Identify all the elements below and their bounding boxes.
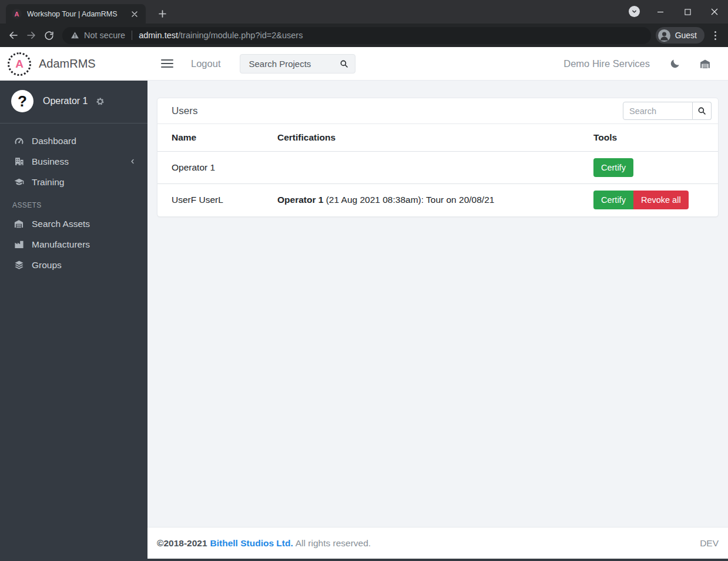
user-name-cell: UserF UserL xyxy=(157,184,263,216)
new-tab-button[interactable] xyxy=(154,5,170,22)
card-title: Users xyxy=(172,105,197,117)
profile-name: Guest xyxy=(675,31,697,40)
browser-tab[interactable]: A Workshop Tour | AdamRMS xyxy=(6,4,146,24)
url-path: /training/module.php?id=2&users xyxy=(178,31,303,40)
hamburger-menu-icon[interactable] xyxy=(161,57,173,70)
assets-warehouse-icon[interactable] xyxy=(699,58,711,69)
page-footer: ©2018-2021 Bithell Studios Ltd. All righ… xyxy=(147,527,728,559)
certify-button[interactable]: Certify xyxy=(593,191,633,209)
certification-title: Operator 1 xyxy=(277,195,323,205)
dashboard-icon xyxy=(12,136,25,146)
user-name-cell: Operator 1 xyxy=(157,152,263,184)
environment-badge: DEV xyxy=(700,538,719,549)
brand-header[interactable]: A AdamRMS xyxy=(0,47,147,81)
table-row: Operator 1 Certify xyxy=(157,152,718,184)
page-content: Users Name Certifications Too xyxy=(147,81,728,527)
url-bar[interactable]: Not secure admin.test /training/module.p… xyxy=(62,27,651,44)
project-search-group xyxy=(240,54,355,74)
table-search-button[interactable] xyxy=(693,102,712,120)
column-header-certifications: Certifications xyxy=(263,124,579,152)
logout-link[interactable]: Logout xyxy=(191,58,220,69)
rights-text: All rights reserved. xyxy=(296,538,371,549)
navbar-right-cluster: Demo Hire Services xyxy=(563,58,719,69)
revoke-all-button[interactable]: Revoke all xyxy=(633,191,689,209)
tools-cell: Certify xyxy=(579,152,718,184)
profile-chip[interactable]: Guest xyxy=(656,27,704,44)
sidebar-item-groups[interactable]: Groups xyxy=(0,255,147,275)
certify-button[interactable]: Certify xyxy=(593,158,633,177)
minimize-button[interactable] xyxy=(647,0,674,24)
browser-menu-icon[interactable] xyxy=(707,26,723,44)
browser-addressbar: Not secure admin.test /training/module.p… xyxy=(0,24,728,47)
sidebar-item-label: Business xyxy=(32,156,69,167)
user-name: Operator 1 xyxy=(43,96,88,106)
tools-button-group: Certify Revoke all xyxy=(593,191,689,209)
column-header-tools: Tools xyxy=(579,124,718,152)
sidebar-item-label: Dashboard xyxy=(32,136,76,146)
business-icon xyxy=(12,156,25,166)
top-navbar: Logout Demo Hire Services xyxy=(147,47,728,81)
sidebar: A AdamRMS ? Operator 1 Dashboard Busines… xyxy=(0,47,147,561)
sidebar-item-training[interactable]: Training xyxy=(0,172,147,192)
users-card-header: Users xyxy=(157,98,718,124)
reload-button[interactable] xyxy=(40,26,58,44)
security-label[interactable]: Not secure xyxy=(84,31,125,40)
dark-mode-moon-icon[interactable] xyxy=(670,58,680,69)
user-settings-gear-icon[interactable] xyxy=(95,96,105,106)
window-controls xyxy=(647,0,728,24)
column-header-name: Name xyxy=(157,124,263,152)
app-window: A AdamRMS ? Operator 1 Dashboard Busines… xyxy=(0,47,728,561)
url-host: admin.test xyxy=(139,31,178,40)
users-card: Users Name Certifications Too xyxy=(157,98,719,217)
table-search-group xyxy=(623,102,712,120)
sidebar-item-dashboard[interactable]: Dashboard xyxy=(0,131,147,151)
warehouse-icon xyxy=(12,219,25,229)
forward-button[interactable] xyxy=(22,26,40,44)
chevron-left-icon xyxy=(129,158,136,165)
main-area: Logout Demo Hire Services Users xyxy=(147,47,728,561)
sidebar-item-search-assets[interactable]: Search Assets xyxy=(0,213,147,234)
table-search-input[interactable] xyxy=(623,102,693,120)
factory-icon xyxy=(12,239,25,249)
url-separator xyxy=(132,31,132,40)
table-header-row: Name Certifications Tools xyxy=(157,124,718,152)
profile-avatar-icon xyxy=(658,29,670,42)
favicon-icon: A xyxy=(12,9,22,19)
company-link[interactable]: Bithell Studios Ltd. xyxy=(210,538,293,549)
browser-update-icon[interactable] xyxy=(629,6,640,17)
sidebar-divider xyxy=(0,123,147,123)
adamrms-logo-icon: A xyxy=(8,52,31,76)
bottom-strip xyxy=(147,559,728,561)
user-avatar-icon: ? xyxy=(11,90,33,112)
tab-title: Workshop Tour | AdamRMS xyxy=(27,10,129,18)
sidebar-item-label: Groups xyxy=(32,260,62,271)
back-button[interactable] xyxy=(5,26,22,44)
certification-detail: (21 Aug 2021 08:38am): Tour on 20/08/21 xyxy=(323,195,494,205)
layers-icon xyxy=(12,260,25,270)
certifications-cell xyxy=(263,152,579,184)
sidebar-item-manufacturers[interactable]: Manufacturers xyxy=(0,234,147,255)
sidebar-section-assets: ASSETS xyxy=(0,192,147,213)
project-search-input[interactable] xyxy=(247,58,340,69)
certifications-cell: Operator 1 (21 Aug 2021 08:38am): Tour o… xyxy=(263,184,579,216)
sidebar-item-business[interactable]: Business xyxy=(0,151,147,172)
instance-name[interactable]: Demo Hire Services xyxy=(563,58,650,69)
close-button[interactable] xyxy=(701,0,728,24)
browser-titlebar: A Workshop Tour | AdamRMS xyxy=(0,0,728,24)
tools-cell: Certify Revoke all xyxy=(579,184,718,216)
table-row: UserF UserL Operator 1 (21 Aug 2021 08:3… xyxy=(157,184,718,216)
brand-name: AdamRMS xyxy=(39,57,96,71)
tab-close-icon[interactable] xyxy=(129,9,140,19)
sidebar-item-label: Search Assets xyxy=(32,219,90,229)
users-table: Name Certifications Tools Operator 1 xyxy=(157,124,718,216)
search-icon[interactable] xyxy=(340,59,348,68)
sidebar-item-label: Manufacturers xyxy=(32,239,90,250)
copyright-text: ©2018-2021 xyxy=(157,538,207,549)
training-icon xyxy=(12,177,25,187)
sidebar-item-label: Training xyxy=(32,177,64,188)
maximize-button[interactable] xyxy=(674,0,701,24)
sidebar-user-row[interactable]: ? Operator 1 xyxy=(0,81,147,121)
not-secure-warning-icon[interactable] xyxy=(71,31,79,39)
